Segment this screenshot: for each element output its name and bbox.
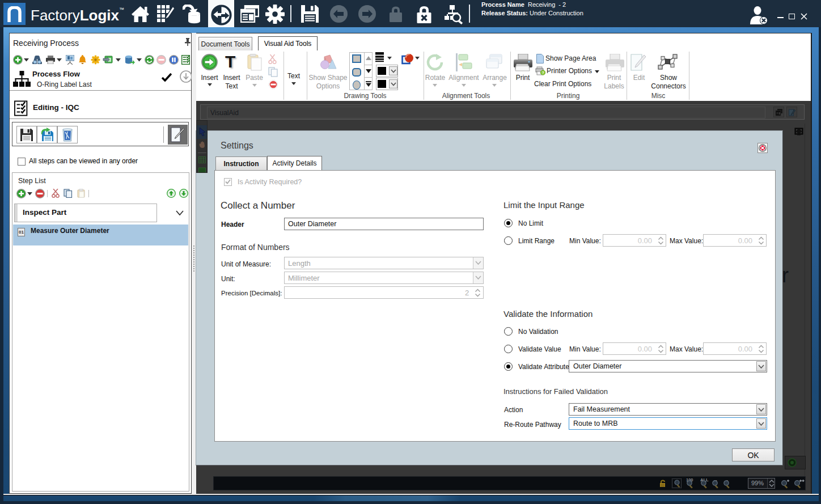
svg-text:?: ? <box>542 71 544 75</box>
